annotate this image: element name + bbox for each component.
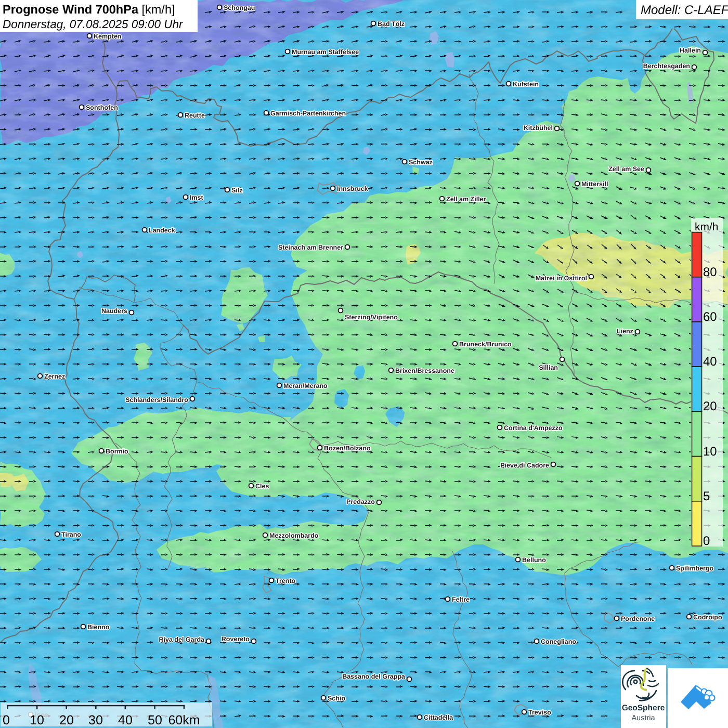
svg-text:50: 50	[148, 713, 162, 727]
svg-text:Nauders: Nauders	[101, 307, 127, 315]
svg-text:Schongau: Schongau	[224, 4, 255, 11]
svg-text:Riva del Garda: Riva del Garda	[159, 636, 205, 643]
svg-text:Murnau am Staffelsee: Murnau am Staffelsee	[292, 48, 359, 56]
svg-text:Steinach am Brenner: Steinach am Brenner	[278, 244, 343, 251]
svg-text:20: 20	[59, 713, 74, 727]
svg-text:Cles: Cles	[255, 483, 269, 490]
svg-text:Rovereto: Rovereto	[222, 635, 250, 643]
svg-text:Matrei in Osttirol: Matrei in Osttirol	[536, 275, 587, 282]
svg-text:5: 5	[703, 489, 710, 503]
svg-text:Pieve di Cadore: Pieve di Cadore	[500, 462, 549, 469]
svg-text:Sonthofen: Sonthofen	[86, 104, 118, 111]
svg-text:Bozen/Bolzano: Bozen/Bolzano	[324, 445, 371, 452]
svg-text:Schwaz: Schwaz	[409, 159, 433, 166]
svg-text:Imst: Imst	[190, 194, 204, 201]
svg-text:Austria: Austria	[631, 714, 655, 722]
svg-text:Lienz: Lienz	[617, 328, 633, 335]
svg-text:Bienno: Bienno	[87, 623, 110, 631]
svg-text:Innsbruck: Innsbruck	[337, 185, 368, 192]
svg-text:Conegliano: Conegliano	[541, 638, 576, 645]
svg-text:Mittersill: Mittersill	[581, 180, 608, 188]
svg-text:Sterzing/Vipiteno: Sterzing/Vipiteno	[345, 314, 398, 321]
svg-text:20: 20	[703, 399, 717, 413]
svg-text:Bad Tölz: Bad Tölz	[378, 20, 405, 28]
svg-text:80: 80	[703, 265, 717, 279]
svg-text:Prognose Wind 700hPa [km/h]: Prognose Wind 700hPa [km/h]	[3, 3, 175, 16]
svg-text:Tirano: Tirano	[61, 531, 81, 538]
svg-text:Sillian: Sillian	[539, 364, 558, 371]
svg-text:Kufstein: Kufstein	[513, 81, 539, 88]
svg-text:km/h: km/h	[695, 221, 719, 233]
svg-text:40: 40	[703, 355, 717, 369]
svg-text:Codroipo: Codroipo	[693, 614, 722, 621]
svg-text:40: 40	[118, 713, 133, 727]
svg-text:Kitzbühel: Kitzbühel	[524, 124, 553, 132]
svg-text:Zernez: Zernez	[44, 373, 65, 380]
svg-text:Bormio: Bormio	[106, 448, 128, 455]
svg-text:Donnerstag, 07.08.2025 09:00 U: Donnerstag, 07.08.2025 09:00 Uhr	[3, 18, 184, 31]
svg-text:Feltre: Feltre	[452, 596, 470, 603]
svg-text:60: 60	[703, 310, 717, 324]
svg-text:Reutte: Reutte	[185, 112, 205, 119]
svg-text:0: 0	[3, 713, 10, 727]
svg-text:Zell am See: Zell am See	[608, 165, 644, 173]
svg-text:Brixen/Bressanone: Brixen/Bressanone	[395, 367, 454, 374]
svg-text:Meran/Merano: Meran/Merano	[283, 382, 328, 389]
svg-text:Garmisch-Partenkirchen: Garmisch-Partenkirchen	[270, 110, 346, 117]
svg-text:Cittadella: Cittadella	[424, 714, 453, 721]
svg-text:Schlanders/Silandro: Schlanders/Silandro	[125, 396, 188, 404]
svg-text:Predazzo: Predazzo	[346, 498, 375, 505]
svg-text:10: 10	[30, 713, 44, 727]
svg-text:Cortina d'Ampezzo: Cortina d'Ampezzo	[504, 424, 563, 432]
svg-text:Treviso: Treviso	[528, 709, 551, 716]
svg-text:Mezzolombardo: Mezzolombardo	[269, 532, 319, 539]
svg-text:Landeck: Landeck	[149, 227, 175, 234]
svg-text:Zell am Ziller: Zell am Ziller	[446, 196, 486, 203]
svg-text:0: 0	[703, 534, 710, 548]
svg-text:Spilimbergo: Spilimbergo	[676, 565, 714, 572]
svg-text:Bruneck/Brunico: Bruneck/Brunico	[459, 341, 512, 348]
svg-text:10: 10	[703, 445, 717, 459]
svg-text:Modell: C-LAEF: Modell: C-LAEF	[641, 3, 728, 17]
svg-text:60km: 60km	[168, 713, 200, 727]
svg-text:Berchtesgaden: Berchtesgaden	[643, 62, 690, 70]
svg-text:Schio: Schio	[328, 695, 345, 702]
svg-text:Belluno: Belluno	[522, 556, 546, 564]
svg-text:Trento: Trento	[276, 577, 296, 584]
svg-text:Hallein: Hallein	[680, 47, 701, 54]
svg-text:30: 30	[88, 713, 103, 727]
svg-text:Silz: Silz	[231, 187, 243, 194]
svg-text:Pordenone: Pordenone	[621, 615, 655, 622]
svg-text:Bassano del Grappa: Bassano del Grappa	[342, 673, 406, 680]
svg-text:GeoSphere: GeoSphere	[622, 704, 665, 712]
svg-text:Kempten: Kempten	[94, 33, 121, 40]
